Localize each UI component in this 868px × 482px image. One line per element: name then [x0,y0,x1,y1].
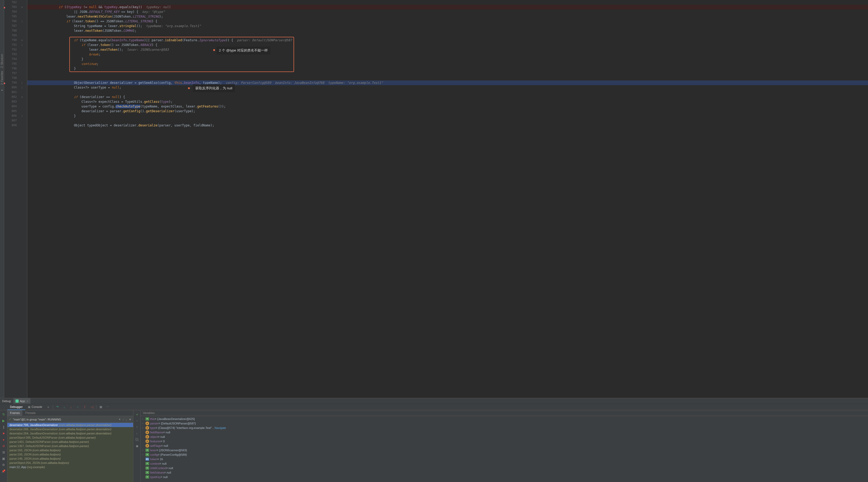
code-line[interactable]: lexer.nextTokenWithColon(JSONToken.LITER… [27,14,868,19]
stack-frame[interactable]: parse:149, JSON (com.alibaba.fastjson) [7,456,133,461]
code-line[interactable] [27,76,868,80]
fold-gutter[interactable]: ⊟|⊟|||⊟| [20,0,25,398]
step-into-icon[interactable]: ↓ [62,405,66,409]
glasses-icon[interactable]: ◉ [135,444,140,448]
favorites-tool-button[interactable]: 2: Favorites [1,71,3,85]
pause-icon[interactable]: ‖ [1,425,6,429]
code-line[interactable]: if (lexer.token() == JSONToken.LITERAL_S… [27,19,868,24]
chevron-right-icon[interactable]: › [142,418,146,420]
next-frame-icon[interactable]: ↓ [126,418,127,421]
object-icon: ≡ [146,466,149,470]
code-line[interactable] [27,118,868,123]
variable-row[interactable]: psetFlags = null [142,443,867,448]
evaluate-icon[interactable]: ▦ [99,405,103,409]
layout-icon[interactable]: ⊞ [1,450,6,455]
code-line[interactable]: userType = config.checkAutoType(typeName… [27,104,868,109]
stack-frame[interactable]: main:12, App (org.example) [7,465,133,469]
code-line[interactable]: if (deserializer == null) { [27,95,868,100]
view-breakpoints-icon[interactable]: ● [1,437,6,442]
variable-row[interactable]: pfieldName = null [142,430,867,434]
variable-name: fieldName [150,431,163,434]
stack-frame[interactable]: parse:1401, DefaultJSONParser (com.aliba… [7,440,133,444]
variable-row[interactable]: ›pparser = {DefaultJSONParser@587} [142,421,867,425]
run-to-cursor-icon[interactable]: →| [90,405,94,409]
code-line[interactable]: lexer.nextToken(JSONToken.COMMA); [27,28,868,33]
navigate-link[interactable]: Navigate [215,426,226,429]
variable-row[interactable]: ›≡config = {ParserConfig@589} [142,452,867,457]
code-line[interactable]: Object typedObject = deserializer.deseri… [27,123,868,128]
code-line[interactable]: Class<?> expectClass = TypeUtils.getClas… [27,100,868,104]
variable-row[interactable]: ›≡lexer = {JSONScanner@583} [142,448,867,452]
force-step-into-icon[interactable]: ↓ [69,405,73,409]
thread-selector[interactable]: ✓ "main"@1 in group "main": RUNNING ▾ ↑ … [7,416,133,423]
stack-frame[interactable]: parse:1367, DefaultJSONParser (com.aliba… [7,444,133,448]
variables-tree[interactable]: ›≡this = {JavaBeanDeserializer@625}›ppar… [141,416,868,482]
variable-row[interactable]: ≡childContext = null [142,466,867,470]
stack-frame[interactable]: parseObject:395, DefaultJSONParser (com.… [7,435,133,440]
variable-value: = 16 [157,458,163,461]
more-icon[interactable]: ⋯ [105,405,110,409]
settings-icon[interactable]: ⚙ [1,462,6,467]
prev-frame-icon[interactable]: ↑ [123,418,124,421]
code-line[interactable]: if ((typeKey != null && typeKey.equals(k… [27,5,868,9]
threads-tab[interactable]: Threads [22,410,38,416]
camera-icon[interactable]: ▣ [1,456,6,461]
stack-frame[interactable]: parse:193, JSON (com.alibaba.fastjson) [7,452,133,456]
up-icon[interactable]: ↑ [135,425,140,429]
add-watch-icon[interactable]: ＋ [135,412,140,417]
code-editor[interactable]: if ((typeKey != null && typeKey.equals(k… [27,0,868,398]
code-line[interactable]: Class<?> userType = null; [27,85,868,90]
pin-icon[interactable]: 📌 [1,469,6,474]
variable-row[interactable]: ›ptype = {Class@574} "interface org.exam… [142,425,867,430]
stack-frame[interactable]: parseObject:254, JSON (com.alibaba.fastj… [7,461,133,465]
stack-frame[interactable]: parse:183, JSON (com.alibaba.fastjson) [7,448,133,452]
structure-tool-button[interactable]: Z: Structure [1,54,3,68]
variable-row[interactable]: ≡typeKey = null [142,475,867,479]
code-line[interactable]: deserializer = parser.getConfig().getDes… [27,109,868,114]
variable-name: config [150,453,158,456]
variable-name: context [150,462,159,465]
close-icon[interactable]: × [27,399,28,403]
chevron-right-icon[interactable]: › [142,427,146,429]
frames-tab[interactable]: Frames [7,410,22,416]
stack-frame[interactable]: deserialze:284, JavaBeanDeserializer (co… [7,431,133,435]
variable-row[interactable]: ≡fieldValues = null [142,470,867,475]
code-line[interactable]: || JSON.DEFAULT_TYPE_KEY == key) { key: … [27,9,868,14]
debugger-tab[interactable]: Debugger [7,404,25,410]
stack-frame[interactable]: deserialze:799, JavaBeanDeserializer (co… [7,423,133,427]
copy-icon[interactable]: ⿻ [135,437,140,442]
code-line[interactable] [27,90,868,95]
variable-row[interactable]: pfeatures = 0 [142,439,867,443]
step-over-icon[interactable]: ↷ [55,405,60,409]
down-icon[interactable]: ↓ [135,431,140,436]
rerun-icon[interactable]: ↻ [1,412,6,417]
chevron-right-icon[interactable]: › [142,422,146,425]
code-line[interactable]: } [27,114,868,118]
drop-frame-icon[interactable]: ⤴ [83,405,87,409]
stop-icon[interactable]: ■ [1,431,6,436]
debug-side-toolbar: ↻ ▶ ‖ ■ ● ⊘ ⊞ ▣ ⚙ 📌 [0,410,7,482]
chevron-right-icon[interactable]: › [142,449,146,452]
frames-list[interactable]: deserialze:799, JavaBeanDeserializer (co… [7,423,133,482]
variable-row[interactable]: ≡context = null [142,461,867,466]
object-icon: ≡ [146,453,149,456]
line-gutter[interactable]: 782783●784785786787788789790791792793794… [4,0,20,398]
code-line[interactable]: String typeName = lexer.stringVal(); typ… [27,24,868,28]
code-line[interactable]: ObjectDeserializer deserializer = getSee… [27,80,868,85]
variable-row[interactable]: pobject = null [142,434,867,439]
code-line[interactable] [27,0,868,5]
resume-icon[interactable]: ▶ [1,418,6,423]
step-out-icon[interactable]: ↑ [76,405,80,409]
console-tab[interactable]: ▣Console [25,404,44,410]
remove-watch-icon[interactable]: － [135,418,140,423]
debug-run-tab[interactable]: App × [13,398,30,404]
variable-row[interactable]: 01token = 16 [142,457,867,461]
stack-frame[interactable]: deserialze:288, JavaBeanDeserializer (co… [7,427,133,431]
variable-row[interactable]: ›≡this = {JavaBeanDeserializer@625} [142,417,867,421]
mute-breakpoints-icon[interactable]: ⊘ [1,444,6,448]
filter-icon[interactable]: ▼ [129,418,131,421]
chevron-right-icon[interactable]: › [142,453,146,456]
check-icon: ✓ [9,418,11,421]
threads-icon[interactable]: ≡ [46,405,51,409]
dropdown-icon[interactable]: ▾ [119,418,121,421]
